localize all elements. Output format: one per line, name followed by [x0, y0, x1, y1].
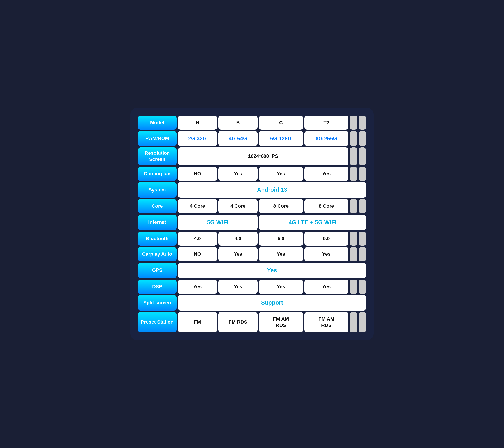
cell-r5-c3: 8 Core	[305, 199, 348, 213]
cell-r0-c3: T2	[305, 115, 348, 130]
cell-r1-c5	[359, 131, 366, 146]
cell-r7-c3: 5.0	[305, 232, 348, 246]
comparison-table: ModelHBCT2RAM/ROM2G 32G4G 64G6G 128G8G 2…	[137, 114, 367, 334]
cell-r10-c5	[359, 280, 366, 294]
cell-r3-c3: Yes	[305, 167, 348, 181]
row-label-1: RAM/ROM	[138, 131, 177, 146]
cell-r8-c3: Yes	[305, 247, 348, 261]
row-label-9: GPS	[138, 263, 177, 278]
cell-r6-c0: 5G WIFI	[178, 215, 257, 230]
cell-r8-c2: Yes	[259, 247, 303, 261]
row-label-8: Carplay Auto	[138, 247, 177, 261]
cell-r1-c1: 4G 64G	[218, 131, 257, 146]
cell-r10-c0: Yes	[178, 280, 217, 294]
row-label-6: Internet	[138, 215, 177, 230]
cell-r10-c1: Yes	[218, 280, 257, 294]
cell-r7-c0: 4.0	[178, 232, 217, 246]
cell-r12-c2: FM AM RDS	[259, 312, 303, 333]
cell-r7-c1: 4.0	[218, 232, 257, 246]
cell-r12-c0: FM	[178, 312, 217, 333]
cell-r11-c0: Support	[178, 295, 366, 311]
cell-r5-c2: 8 Core	[259, 199, 303, 213]
cell-r0-c0: H	[178, 115, 217, 130]
cell-r5-c4	[350, 199, 357, 213]
cell-r8-c0: NO	[178, 247, 217, 261]
cell-r3-c5	[359, 167, 366, 181]
cell-r8-c5	[359, 247, 366, 261]
cell-r5-c0: 4 Core	[178, 199, 217, 213]
row-label-5: Core	[138, 199, 177, 213]
row-label-4: System	[138, 182, 177, 198]
cell-r7-c5	[359, 232, 366, 246]
row-label-10: DSP	[138, 280, 177, 294]
cell-r12-c3: FM AM RDS	[305, 312, 348, 333]
cell-r10-c3: Yes	[305, 280, 348, 294]
cell-r3-c1: Yes	[218, 167, 257, 181]
cell-r1-c3: 8G 256G	[305, 131, 348, 146]
cell-r1-c4	[350, 131, 357, 146]
cell-r10-c4	[350, 280, 357, 294]
row-label-3: Cooling fan	[138, 167, 177, 181]
cell-r12-c1: FM RDS	[218, 312, 257, 333]
cell-r2-c0: 1024*600 IPS	[178, 148, 348, 165]
cell-r5-c1: 4 Core	[218, 199, 257, 213]
row-label-2: Resolution Screen	[138, 148, 177, 165]
cell-r6-c1: 4G LTE + 5G WIFI	[259, 215, 366, 230]
cell-r0-c4	[350, 115, 357, 130]
cell-r1-c2: 6G 128G	[259, 131, 303, 146]
cell-r3-c0: NO	[178, 167, 217, 181]
cell-r1-c0: 2G 32G	[178, 131, 217, 146]
cell-r0-c2: C	[259, 115, 303, 130]
cell-r0-c5	[359, 115, 366, 130]
row-label-7: Bluetooth	[138, 232, 177, 246]
row-label-0: Model	[138, 115, 177, 130]
cell-r8-c1: Yes	[218, 247, 257, 261]
row-label-11: Split screen	[138, 295, 177, 311]
cell-r0-c1: B	[218, 115, 257, 130]
cell-r9-c0: Yes	[178, 263, 366, 278]
cell-r4-c0: Android 13	[178, 182, 366, 198]
cell-r5-c5	[359, 199, 366, 213]
cell-r8-c4	[350, 247, 357, 261]
cell-r7-c4	[350, 232, 357, 246]
comparison-table-container: ModelHBCT2RAM/ROM2G 32G4G 64G6G 128G8G 2…	[130, 108, 374, 340]
cell-r12-c4	[350, 312, 357, 333]
cell-r3-c2: Yes	[259, 167, 303, 181]
cell-r2-c2	[359, 148, 366, 165]
cell-r12-c5	[359, 312, 366, 333]
cell-r7-c2: 5.0	[259, 232, 303, 246]
row-label-12: Preset Station	[138, 312, 177, 333]
cell-r2-c1	[350, 148, 357, 165]
cell-r3-c4	[350, 167, 357, 181]
cell-r10-c2: Yes	[259, 280, 303, 294]
